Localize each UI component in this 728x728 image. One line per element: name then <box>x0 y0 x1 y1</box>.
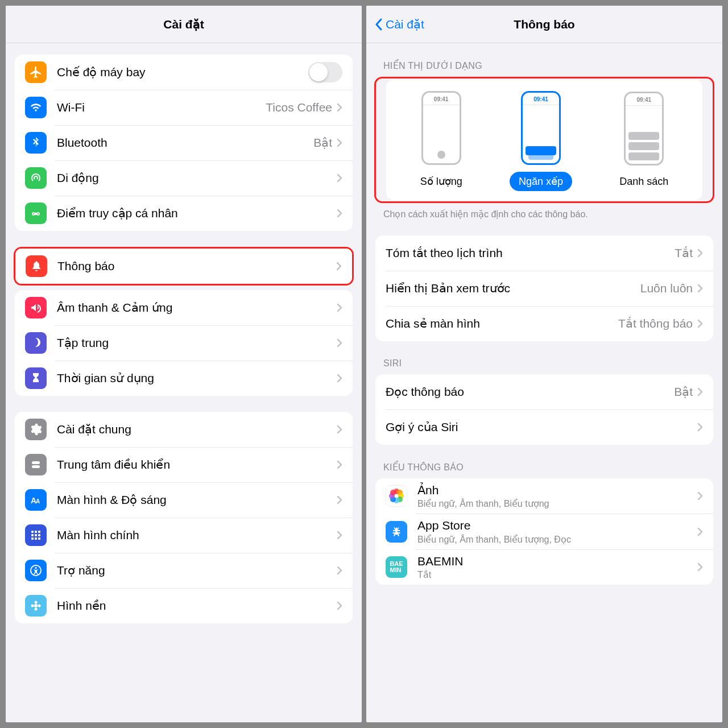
svg-rect-8 <box>35 534 37 536</box>
row-label: Tập trung <box>57 336 337 350</box>
bell-icon <box>26 255 47 277</box>
svg-rect-12 <box>38 537 40 540</box>
display-option-label: Ngăn xếp <box>510 172 572 191</box>
svg-rect-0 <box>32 461 40 464</box>
row-scheduled-summary[interactable]: Tóm tắt theo lịch trình Tắt <box>375 235 713 271</box>
row-app-appstore[interactable]: App Store Biểu ngữ, Âm thanh, Biểu tượng… <box>375 514 713 549</box>
row-app-photos[interactable]: Ảnh Biểu ngữ, Âm thanh, Biểu tượng <box>375 478 713 514</box>
row-app-baemin[interactable]: BAEMIN BAEMIN Tắt <box>375 549 713 585</box>
row-display[interactable]: AA Màn hình & Độ sáng <box>15 482 353 518</box>
notifications-scroll[interactable]: HIỂN THỊ DƯỚI DẠNG 09:41 Số lượng 09:41 … <box>366 43 722 722</box>
chevron-right-icon <box>337 374 342 383</box>
highlight-notifications: Thông báo <box>14 247 354 286</box>
phone-preview-list: 09:41 <box>624 92 664 166</box>
row-announce[interactable]: Đọc thông báo Bật <box>375 374 713 410</box>
flower-icon <box>25 595 47 617</box>
section-header-siri: SIRI <box>383 358 705 369</box>
section-header-style: KIỂU THÔNG BÁO <box>383 462 705 473</box>
svg-point-14 <box>35 567 36 569</box>
app-subtitle: Biểu ngữ, Âm thanh, Biểu tượng, Đọc <box>417 534 697 545</box>
chevron-right-icon <box>697 284 703 293</box>
row-focus[interactable]: Tập trung <box>15 325 353 361</box>
row-label: Màn hình chính <box>57 528 337 542</box>
row-sounds[interactable]: Âm thanh & Cảm ứng <box>15 290 353 325</box>
svg-rect-11 <box>35 537 37 540</box>
chevron-right-icon <box>337 303 342 312</box>
group-connectivity: Chế độ máy bay Wi-Fi Ticos Coffee Blueto… <box>15 55 353 231</box>
row-notifications[interactable]: Thông báo <box>15 249 352 284</box>
row-value: Bật <box>313 136 332 150</box>
row-label: Chế độ máy bay <box>57 65 308 79</box>
speaker-icon <box>25 297 47 318</box>
header: Cài đặt Thông báo <box>366 6 722 43</box>
svg-point-15 <box>34 604 38 607</box>
chevron-right-icon <box>337 531 342 540</box>
chevron-right-icon <box>336 262 342 271</box>
display-option-stack[interactable]: 09:41 Ngăn xếp <box>510 91 572 191</box>
row-value: Tắt <box>675 246 693 260</box>
row-wifi[interactable]: Wi-Fi Ticos Coffee <box>15 90 353 125</box>
group-notif-settings: Tóm tắt theo lịch trình Tắt Hiển thị Bản… <box>375 235 713 341</box>
chevron-right-icon <box>337 425 342 434</box>
accessibility-icon <box>25 560 47 581</box>
page-title: Cài đặt <box>163 18 204 31</box>
row-label: Chia sẻ màn hình <box>386 317 618 330</box>
bluetooth-icon <box>25 132 47 154</box>
row-value: Luôn luôn <box>640 282 693 295</box>
group-apps: Ảnh Biểu ngữ, Âm thanh, Biểu tượng App S… <box>375 478 713 585</box>
row-show-previews[interactable]: Hiển thị Bản xem trước Luôn luôn <box>375 271 713 306</box>
settings-scroll[interactable]: Chế độ máy bay Wi-Fi Ticos Coffee Blueto… <box>6 43 362 722</box>
section-footer-display: Chọn cách xuất hiện mặc định cho các thô… <box>383 209 705 220</box>
app-title: Ảnh <box>417 483 697 497</box>
row-label: Di động <box>57 171 337 185</box>
display-option-list[interactable]: 09:41 Danh sách <box>610 92 677 191</box>
hourglass-icon <box>25 367 47 389</box>
chevron-right-icon <box>697 249 703 258</box>
svg-rect-1 <box>32 465 40 468</box>
row-cellular[interactable]: Di động <box>15 160 353 196</box>
svg-point-19 <box>38 605 41 607</box>
row-control-center[interactable]: Trung tâm điều khiển <box>15 447 353 482</box>
chevron-right-icon <box>697 491 703 500</box>
row-home[interactable]: Màn hình chính <box>15 518 353 553</box>
row-siri-suggestions[interactable]: Gợi ý của Siri <box>375 410 713 445</box>
row-general[interactable]: Cài đặt chung <box>15 412 353 447</box>
chevron-right-icon <box>337 209 342 218</box>
phone-preview-stack: 09:41 <box>521 91 561 165</box>
back-label: Cài đặt <box>386 18 424 31</box>
display-option-label: Danh sách <box>610 172 677 191</box>
svg-text:A: A <box>36 498 40 504</box>
row-screen-sharing[interactable]: Chia sẻ màn hình Tắt thông báo <box>375 306 713 341</box>
group-notifications-hl: Thông báo <box>15 249 352 284</box>
row-bluetooth[interactable]: Bluetooth Bật <box>15 125 353 160</box>
svg-point-16 <box>35 601 38 604</box>
row-accessibility[interactable]: Trợ năng <box>15 553 353 588</box>
row-label: Bluetooth <box>57 136 313 150</box>
display-option-count[interactable]: 09:41 Số lượng <box>411 91 471 191</box>
row-hotspot[interactable]: Điểm truy cập cá nhân <box>15 196 353 231</box>
airplane-toggle[interactable] <box>308 62 342 82</box>
display-option-label: Số lượng <box>411 172 471 191</box>
row-label: Hiển thị Bản xem trước <box>386 282 640 295</box>
row-airplane[interactable]: Chế độ máy bay <box>15 55 353 90</box>
chevron-right-icon <box>337 601 342 610</box>
chevron-right-icon <box>337 460 342 469</box>
grid-icon <box>25 524 47 546</box>
group-sounds-focus: Âm thanh & Cảm ứng Tập trung Thời gian s… <box>15 290 353 396</box>
row-label: Hình nền <box>57 599 337 613</box>
back-button[interactable]: Cài đặt <box>374 18 424 31</box>
row-screentime[interactable]: Thời gian sử dụng <box>15 361 353 396</box>
chevron-left-icon <box>374 18 383 31</box>
svg-rect-4 <box>31 531 34 533</box>
chevron-right-icon <box>337 103 342 112</box>
hotspot-icon <box>25 202 47 224</box>
row-label: Điểm truy cập cá nhân <box>57 206 337 220</box>
app-title: App Store <box>417 518 697 532</box>
app-subtitle: Biểu ngữ, Âm thanh, Biểu tượng <box>417 498 697 509</box>
gear-icon <box>25 419 47 440</box>
row-wallpaper[interactable]: Hình nền <box>15 588 353 623</box>
phone-preview-count: 09:41 <box>421 91 461 165</box>
row-label: Cài đặt chung <box>57 423 337 436</box>
chevron-right-icon <box>697 387 703 396</box>
chevron-right-icon <box>337 138 342 147</box>
